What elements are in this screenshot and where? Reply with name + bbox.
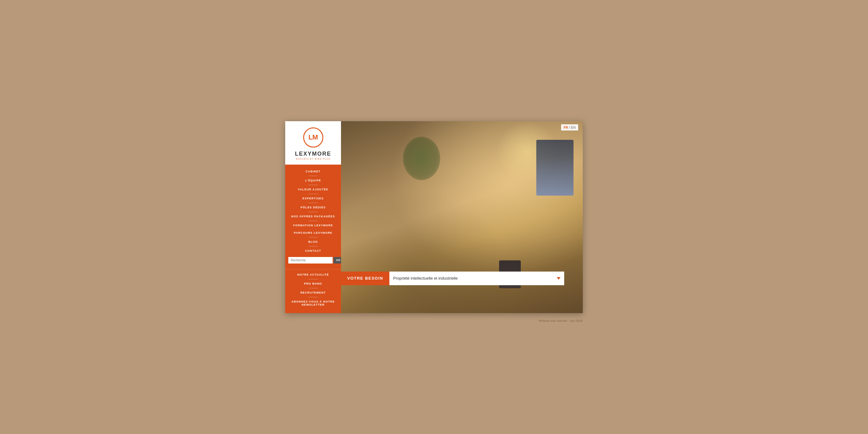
hero-image: FR / EN VOTRE BESOIN Propriété intellect…	[341, 121, 583, 313]
nav-divider-1	[308, 176, 318, 176]
nav-item-newsletter[interactable]: ABONNEZ-VOUS À NOTRE NEWSLETTER	[285, 298, 341, 308]
search-area: OK	[285, 254, 341, 266]
bottom-nav: NOTRE ACTUALITÉ PRO BONO RECRUTEMENT ABO…	[285, 269, 341, 313]
nav-item-probono[interactable]: PRO BONO	[285, 280, 341, 287]
nav-item-cabinet[interactable]: CABINET	[285, 168, 341, 175]
nav-divider-b2	[308, 288, 318, 288]
plant-decoration	[403, 137, 440, 180]
nav-item-actualite[interactable]: NOTRE ACTUALITÉ	[285, 271, 341, 278]
sidebar: LM LEXYMORE AVOCATS ET BIEN PLUS CABINET…	[285, 121, 341, 313]
nav-divider-5	[308, 212, 318, 212]
logo-circle: LM	[303, 127, 323, 148]
nav-divider-4	[308, 203, 318, 203]
nav-divider-b1	[308, 279, 318, 279]
nav-divider-b3	[308, 297, 318, 297]
nav-divider-6	[308, 221, 318, 221]
nav-item-contact[interactable]: CONTACT	[285, 247, 341, 254]
nav-item-recrutement[interactable]: RECRUTEMENT	[285, 289, 341, 297]
votre-besoin-label: VOTRE BESOIN	[341, 272, 390, 285]
nav-menu: CABINET L'ÉQUIPE VALEUR AJOUTÉE EXPERTIS…	[285, 165, 341, 269]
nav-item-parcours[interactable]: PARCOURS LEXYMORE	[285, 229, 341, 237]
search-input[interactable]	[288, 257, 333, 264]
besoin-select-wrapper: Propriété intellectuelle et industrielle…	[390, 272, 564, 285]
nav-item-expertises[interactable]: EXPERTISES	[285, 195, 341, 202]
nav-item-equipe[interactable]: L'ÉQUIPE	[285, 177, 341, 184]
nav-item-formation[interactable]: FORMATION LEXYMORE	[285, 222, 341, 229]
footer-credit: Refonte site internet - juin 2020	[539, 319, 583, 322]
logo-tagline: AVOCATS ET BIEN PLUS	[288, 158, 338, 160]
lang-switcher: FR / EN	[561, 124, 578, 130]
nav-item-blog[interactable]: BLOG	[285, 238, 341, 246]
besoin-select[interactable]: Propriété intellectuelle et industrielle…	[393, 276, 560, 281]
hero-search-bar: VOTRE BESOIN Propriété intellectuelle et…	[341, 272, 564, 285]
nav-item-poles[interactable]: PÔLES DÉDIÉS	[285, 204, 341, 211]
monitor-decoration	[536, 140, 574, 196]
nav-item-offres[interactable]: NOS OFFRES PACKAGÉES	[285, 213, 341, 220]
nav-divider-8	[308, 246, 318, 246]
nav-divider-7	[308, 237, 318, 238]
lang-fr[interactable]: FR	[564, 126, 568, 129]
lang-en[interactable]: EN	[571, 126, 576, 129]
logo-name: LEXYMORE	[288, 151, 338, 157]
lang-separator: /	[569, 126, 570, 129]
nav-divider-3	[308, 194, 318, 194]
logo-area: LM LEXYMORE AVOCATS ET BIEN PLUS	[285, 121, 341, 165]
nav-divider-2	[308, 185, 318, 185]
logo-initials: LM	[308, 133, 318, 142]
main-container: LM LEXYMORE AVOCATS ET BIEN PLUS CABINET…	[285, 121, 583, 313]
nav-item-valeur[interactable]: VALEUR AJOUTÉE	[285, 186, 341, 193]
content-area: FR / EN VOTRE BESOIN Propriété intellect…	[341, 121, 583, 313]
